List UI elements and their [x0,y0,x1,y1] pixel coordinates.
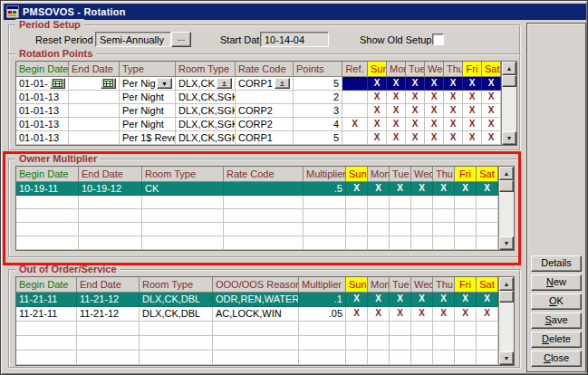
new-button[interactable]: New [531,274,582,291]
cell-mon[interactable] [368,351,390,365]
cell-sat[interactable]: X [477,182,498,196]
cell-sun[interactable]: X [346,307,368,322]
cell-begin-date[interactable] [16,322,77,336]
cell-begin-date[interactable] [16,223,79,236]
cell-thu[interactable] [433,223,455,236]
cell-sat[interactable]: X [482,91,501,104]
cell-end-date[interactable] [77,351,140,365]
start-date-field[interactable]: 10-14-04 [260,32,329,47]
cell-tue[interactable]: X [406,91,425,104]
cell-thu[interactable]: X [444,77,463,91]
cell-fri[interactable] [455,209,477,223]
close-button[interactable]: Close [531,351,582,367]
cell-end-date[interactable] [69,91,120,104]
cell-sun[interactable] [346,351,368,365]
cell-begin-date[interactable] [16,236,79,250]
cell-fri[interactable] [455,236,477,250]
cell-room-type[interactable] [140,351,213,365]
cell-wed[interactable]: X [411,307,433,322]
cell-tue[interactable] [390,322,411,336]
cell-sat[interactable]: X [477,293,498,307]
cell-points[interactable]: 3 [294,104,342,118]
cell-room-type[interactable] [142,196,224,209]
cell-rate-code[interactable] [236,91,294,104]
cell-begin-date[interactable]: 01-01-13 [16,91,69,104]
cell-fri[interactable]: X [463,91,482,104]
cell-wed[interactable] [411,223,433,236]
cell-mon[interactable] [368,236,390,250]
cell-thu[interactable] [433,196,455,209]
show-old-setup-checkbox[interactable] [432,34,444,45]
cell-multiplier[interactable] [299,351,346,365]
cell-thu[interactable] [433,236,455,250]
cell-sat[interactable] [477,236,498,250]
cell-thu[interactable]: X [444,91,463,104]
cell-room-type[interactable]: DLX,CK,DBL [140,307,213,322]
cell-ooo-oos-reason[interactable] [213,351,299,365]
cell-sun[interactable] [346,196,368,209]
cell-multiplier[interactable] [304,196,346,209]
cell-multiplier[interactable] [299,336,346,351]
cell-room-type[interactable] [142,209,224,223]
cell-wed[interactable]: X [425,91,444,104]
cell-mon[interactable]: X [387,118,406,131]
cell-type[interactable]: Per Night [120,118,176,131]
cell-type[interactable]: Per Night [120,104,176,118]
cell-rate-code[interactable]: CORP2 [236,104,294,118]
cell-room-type[interactable]: CK [142,182,224,196]
cell-room-type[interactable]: DLX,CK,SGK,K) [176,104,236,118]
cell-room-type[interactable] [140,336,213,351]
cell-end-date[interactable] [77,336,140,351]
cell-wed[interactable]: X [411,293,433,307]
cell-thu[interactable] [433,322,455,336]
cell-mon[interactable]: X [368,293,390,307]
cell-tue[interactable]: X [390,293,411,307]
cell-ooo-oos-reason[interactable] [213,322,299,336]
cell-sun[interactable]: X [368,131,387,145]
cell-tue[interactable]: X [406,118,425,131]
cell-sat[interactable]: X [482,131,501,145]
cell-sat[interactable] [477,223,498,236]
cell-multiplier[interactable] [304,223,346,236]
scrollbar-track[interactable] [499,192,514,236]
cell-sat[interactable] [477,351,498,365]
cell-begin-date[interactable]: 01-01-13 [16,104,69,118]
cell-sun[interactable]: X [368,118,387,131]
cell-rate-code[interactable] [224,182,304,196]
cell-sun[interactable]: X [368,91,387,104]
scrollbar-thumb[interactable] [499,180,514,192]
cell-rate-code[interactable] [224,236,304,250]
cell-wed[interactable] [411,209,433,223]
cell-begin-date[interactable]: 11-21-11 [16,307,77,322]
plus-minus-button[interactable]: ± [275,78,290,89]
cell-begin-date[interactable] [16,209,79,223]
cell-sun[interactable]: X [346,182,368,196]
cell-rate-code[interactable]: CORP2 [236,118,294,131]
cell-tue[interactable]: X [390,182,411,196]
cell-end-date[interactable] [77,322,140,336]
cell-tue[interactable] [390,236,411,250]
cell-mon[interactable]: X [387,131,406,145]
cell-end-date[interactable]: 11-21-12 [77,293,140,307]
cell-mon[interactable]: X [387,77,406,91]
scroll-down-button[interactable]: ▼ [499,236,514,250]
cell-sun[interactable]: X [368,104,387,118]
cell-room-type[interactable] [142,223,224,236]
cell-wed[interactable] [411,351,433,365]
vertical-scrollbar[interactable]: ▲ ▼ [501,62,516,145]
cell-multiplier[interactable]: .1 [299,293,346,307]
cell-tue[interactable] [390,351,411,365]
cell-thu[interactable] [433,209,455,223]
cell-tue[interactable]: X [406,104,425,118]
cell-ooo-oos-reason[interactable]: AC,LOCK,WIN [213,307,299,322]
calendar-button[interactable] [101,78,116,89]
cell-fri[interactable]: X [463,118,482,131]
cell-ref[interactable] [342,104,368,118]
cell-ooo-oos-reason[interactable] [213,336,299,351]
cell-fri[interactable]: X [463,131,482,145]
cell-thu[interactable] [433,336,455,351]
cell-tue[interactable]: X [390,307,411,322]
cell-multiplier[interactable] [299,322,346,336]
cell-tue[interactable] [390,223,411,236]
cell-sun[interactable] [346,236,368,250]
